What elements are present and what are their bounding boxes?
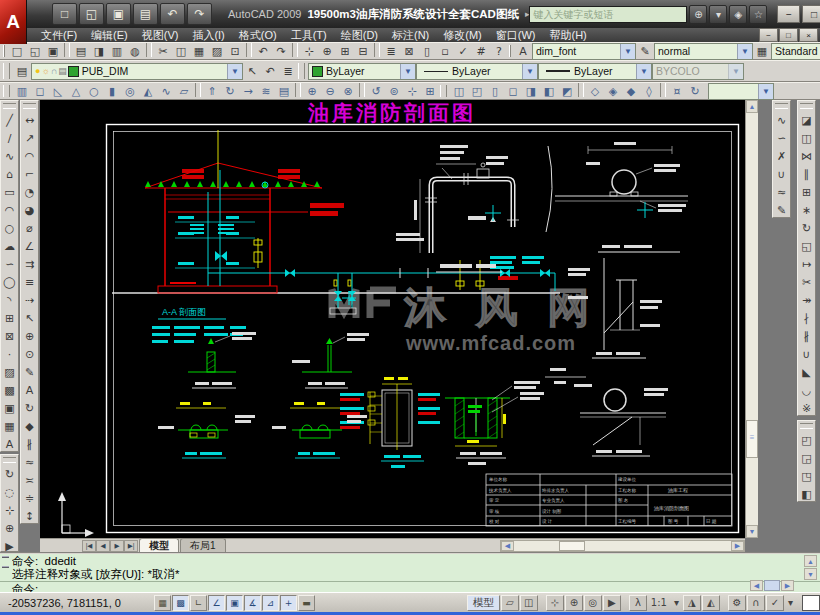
revolve-icon[interactable]: ↻	[221, 83, 239, 99]
dim-diameter-icon[interactable]: ⌀	[21, 219, 38, 237]
scrollbar-thumb[interactable]	[559, 541, 585, 551]
visual-style-2d-icon[interactable]: ◨	[522, 83, 540, 99]
mirror-icon[interactable]: ⋈	[798, 147, 815, 165]
table-style-icon[interactable]: ▦	[753, 43, 771, 59]
scroll-right-icon[interactable]: ▶	[781, 580, 794, 591]
menu-help[interactable]: 帮助(H)	[543, 28, 594, 43]
markup-set-manager-icon[interactable]: ✓	[454, 43, 472, 59]
doc-close-icon[interactable]: ×	[799, 28, 818, 42]
snap-icon[interactable]: ▦	[154, 595, 171, 611]
undo-icon[interactable]: ↶	[254, 43, 272, 59]
edit-polyline-icon[interactable]: ∿	[773, 111, 790, 129]
flatshot-icon[interactable]: ◰	[468, 83, 486, 99]
3d-zoom-icon[interactable]: ⊞	[421, 83, 439, 99]
autocad-logo[interactable]: A	[0, 0, 27, 44]
fillet-icon[interactable]: ◡	[798, 381, 815, 399]
chevron-down-icon[interactable]: ▼	[737, 44, 752, 59]
sketch-icon[interactable]: ✎	[773, 201, 790, 219]
section-plane-icon[interactable]: ◫	[450, 83, 468, 99]
open-icon[interactable]: ◱	[79, 3, 104, 25]
solid-union-edit-icon[interactable]: ◻	[504, 83, 522, 99]
dim-style-dropdown[interactable]: normal ▼	[654, 43, 753, 60]
tab-layout1[interactable]: 布局1	[180, 538, 226, 552]
toolbar-grip[interactable]	[800, 423, 813, 429]
explode-icon[interactable]: ※	[798, 399, 815, 417]
quick-dimension-icon[interactable]: ⇉	[21, 255, 38, 273]
subtract-icon[interactable]: ⊖	[321, 83, 339, 99]
chevron-down-icon[interactable]: ▼	[636, 64, 651, 79]
linetype-dropdown[interactable]: ByLayer ▼	[416, 63, 538, 80]
visual-style-3dhidden-icon[interactable]: ◧	[540, 83, 558, 99]
pan-icon[interactable]: ⊹	[1, 501, 18, 519]
spline-icon[interactable]: ∽	[1, 255, 18, 273]
3d-align-icon[interactable]: ◇	[586, 83, 604, 99]
dim-edit-icon[interactable]: ✎	[21, 363, 38, 381]
properties-icon[interactable]: ≣	[382, 43, 400, 59]
dim-jog-line-icon[interactable]: ≈	[21, 453, 38, 471]
dim-style-icon[interactable]: ✎	[636, 43, 654, 59]
plot-icon[interactable]: ▤	[133, 3, 158, 25]
pyramid-icon[interactable]: ◭	[139, 83, 157, 99]
next-tab-icon[interactable]: ▶	[110, 540, 124, 552]
table-icon[interactable]: ▦	[1, 417, 18, 435]
annotation-scale-icon[interactable]: λ	[629, 595, 647, 611]
sheet-set-manager-icon[interactable]: ▫	[436, 43, 454, 59]
revision-cloud-icon[interactable]: ☁	[1, 237, 18, 255]
menu-edit[interactable]: 编辑(E)	[84, 28, 135, 43]
restore-icon[interactable]: □	[802, 5, 820, 23]
scroll-down-icon[interactable]: ▼	[746, 525, 758, 538]
stretch-icon[interactable]: ↦	[798, 255, 815, 273]
scrollbar-thumb[interactable]	[746, 420, 758, 458]
join-icon[interactable]: ∪	[798, 345, 815, 363]
visual-style-realistic-icon[interactable]: ◩	[558, 83, 576, 99]
circle-icon[interactable]: ○	[1, 219, 18, 237]
pan-realtime-icon[interactable]: ⊹	[300, 43, 318, 59]
insert-block-icon[interactable]: ⊞	[1, 309, 18, 327]
chevron-down-icon[interactable]: ▼	[227, 64, 242, 79]
toolbar-grip[interactable]	[3, 63, 10, 79]
ducs-icon[interactable]: ⊿	[262, 595, 279, 611]
wedge-icon[interactable]: ◺	[49, 83, 67, 99]
dim-break-icon[interactable]: ∦	[21, 435, 38, 453]
construction-line-icon[interactable]: ∕	[1, 129, 18, 147]
clean-screen-button[interactable]	[802, 595, 820, 611]
toolbar-grip[interactable]	[3, 457, 16, 463]
menu-file[interactable]: 文件(F)	[34, 28, 84, 43]
minimize-icon[interactable]: −	[777, 5, 800, 23]
scroll-left-icon[interactable]: ◀	[501, 541, 514, 551]
array-icon[interactable]: ⊞	[798, 183, 815, 201]
pan-icon[interactable]: ⊹	[546, 595, 564, 611]
quickcalc-icon[interactable]: #	[472, 43, 490, 59]
hatch-icon[interactable]: ▨	[1, 363, 18, 381]
erase-icon[interactable]: ◪	[798, 111, 815, 129]
dim-radius-icon[interactable]: ◔	[21, 183, 38, 201]
ellipse-icon[interactable]: ◯	[1, 273, 18, 291]
scroll-down-icon[interactable]: ▼	[804, 568, 817, 580]
dyn-icon[interactable]: +	[280, 595, 297, 611]
visual-style-dropdown[interactable]: ▼	[708, 83, 774, 100]
scroll-up-icon[interactable]: ▲	[746, 100, 758, 113]
torus-icon[interactable]: ◎	[121, 83, 139, 99]
copy-icon[interactable]: ◫	[172, 43, 190, 59]
3d-move-icon[interactable]: ◆	[622, 83, 640, 99]
dim-arc-length-icon[interactable]: ◠	[21, 147, 38, 165]
quick-view-drawings-icon[interactable]: ◫	[520, 595, 538, 611]
tolerance-icon[interactable]: ⊕	[21, 327, 38, 345]
extend-icon[interactable]: ↠	[798, 291, 815, 309]
bring-to-front-icon[interactable]: ◰	[798, 431, 815, 449]
dim-angular-icon[interactable]: ∠	[21, 237, 38, 255]
dim-update-icon[interactable]: ↻	[21, 399, 38, 417]
chevron-down-icon[interactable]: ▼	[620, 44, 635, 59]
break-icon[interactable]: ∦	[798, 327, 815, 345]
color-dropdown[interactable]: ByLayer ▼	[308, 63, 416, 80]
scrollbar-thumb[interactable]	[764, 580, 780, 591]
publish-icon[interactable]: ▥	[108, 43, 126, 59]
break-curve-icon[interactable]: ✗	[773, 147, 790, 165]
helix-icon[interactable]: ∿	[157, 83, 175, 99]
cylinder-icon[interactable]: ▮	[103, 83, 121, 99]
3d-swivel-icon[interactable]: ⊚	[385, 83, 403, 99]
rotate-icon[interactable]: ↻	[798, 219, 815, 237]
doc-minimize-icon[interactable]: −	[759, 28, 778, 42]
menu-view[interactable]: 视图(V)	[135, 28, 186, 43]
chevron-down-icon[interactable]: ▼	[758, 84, 773, 99]
